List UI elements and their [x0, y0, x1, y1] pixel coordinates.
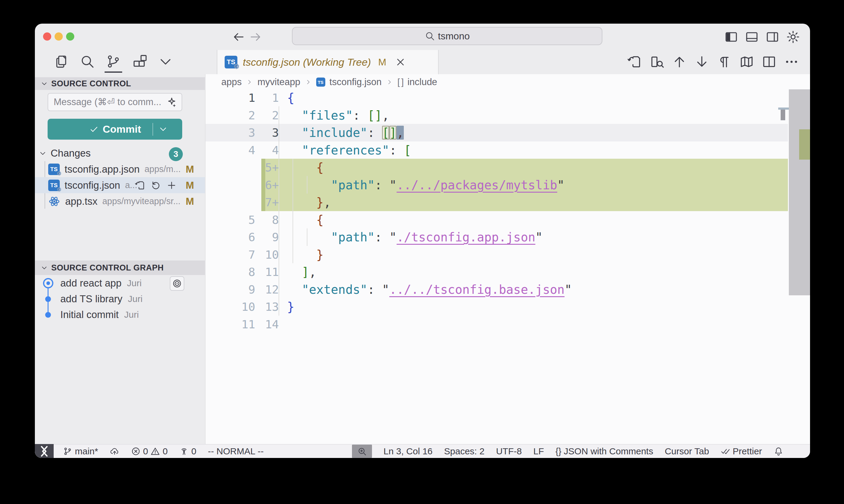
activity-item-source-control[interactable] [106, 54, 121, 69]
arrow-up-icon[interactable] [672, 54, 687, 69]
modified-status-badge: M [186, 180, 194, 191]
indentation[interactable]: Spaces: 2 [444, 446, 484, 456]
language-mode[interactable]: {}JSON with Comments [555, 446, 653, 456]
path-link[interactable]: ./tsconfig.app.json [397, 230, 535, 244]
activity-item-extensions[interactable] [132, 54, 147, 69]
ellipsis-icon[interactable] [784, 54, 799, 69]
code-line[interactable]: 7+ }, [206, 194, 810, 211]
map-icon[interactable] [739, 54, 754, 69]
changed-file-row[interactable]: TS⚙tsconfig.app.jsonapps/m...M [35, 161, 205, 177]
source-control-header[interactable]: SOURCE CONTROL [35, 77, 205, 90]
code-line[interactable]: 11{ [206, 89, 810, 107]
close-icon[interactable] [395, 56, 406, 68]
changed-file-row[interactable]: app.tsxapps/myviteapp/sr...M [35, 193, 205, 209]
open-file-icon[interactable] [627, 54, 642, 69]
breadcrumb-item[interactable]: tsconfig.json [329, 77, 382, 88]
code-line[interactable]: 811 ], [206, 263, 810, 281]
changes-section-header[interactable]: Changes [38, 146, 91, 161]
open-file-icon[interactable] [135, 180, 145, 191]
original-line-number: 2 [206, 107, 255, 124]
zoom-indicator[interactable] [352, 445, 372, 458]
vim-mode-item[interactable]: -- NORMAL -- [208, 446, 264, 456]
breadcrumb-item[interactable]: include [408, 77, 437, 88]
code-line[interactable]: 33 "include": [], [206, 124, 810, 141]
activity-item-search[interactable] [80, 54, 95, 69]
cursor-tab[interactable]: Cursor Tab [665, 446, 709, 456]
modified-line-number: 13 [257, 298, 279, 316]
cursor-position[interactable]: Ln 3, Col 16 [383, 446, 433, 456]
code-line[interactable]: 6+ "path": "../../packages/mytslib" [206, 176, 810, 194]
formatter[interactable]: Prettier [721, 446, 762, 456]
back-arrow-icon[interactable] [232, 30, 245, 43]
discard-icon[interactable] [150, 180, 161, 191]
eol[interactable]: LF [533, 446, 544, 456]
scrollbar-slider[interactable] [789, 89, 810, 295]
source-control-graph-title: SOURCE CONTROL GRAPH [51, 263, 164, 273]
split-editor-icon[interactable] [761, 54, 777, 69]
notifications[interactable] [774, 447, 783, 456]
panel-left-icon[interactable] [724, 30, 739, 44]
gear-icon[interactable] [786, 30, 800, 44]
cursor-tab-label: Cursor Tab [665, 446, 709, 456]
forward-arrow-icon[interactable] [249, 30, 262, 43]
code-line[interactable]: 58 { [206, 211, 810, 229]
code-line[interactable]: 5+ { [206, 159, 810, 176]
commit-dropdown-chevron-icon[interactable] [158, 124, 168, 134]
commit-message-input[interactable] [48, 93, 182, 111]
modified-line-number: 10 [257, 246, 279, 264]
command-center-search[interactable]: tsmono [292, 27, 602, 45]
path-link[interactable]: ../../tsconfig.base.json [389, 283, 565, 296]
commit-message: add react app [60, 277, 122, 289]
activity-item-more-views[interactable] [158, 54, 173, 69]
modified-line-number: 1 [257, 89, 279, 107]
arrow-down-icon[interactable] [694, 54, 709, 69]
publish-item[interactable] [110, 447, 119, 456]
pilcrow-icon[interactable] [717, 54, 732, 69]
breadcrumb-item[interactable]: apps [221, 77, 242, 88]
traffic-light-maximize[interactable] [66, 32, 74, 41]
changed-file-row[interactable]: TS⚙tsconfig.jsona...M [35, 177, 205, 193]
sparkle-ai-icon[interactable] [165, 96, 177, 108]
original-line-number: 7 [206, 246, 255, 264]
chevron-right-icon [305, 78, 312, 86]
code-text: "include": [], [287, 124, 404, 141]
branch-icon [63, 447, 72, 456]
code-line[interactable]: 69 "path": "./tsconfig.app.json" [206, 228, 810, 246]
commit-row[interactable]: add TS libraryJuri [35, 291, 205, 307]
code-line[interactable]: 44 "references": [ [206, 141, 810, 159]
traffic-light-minimize[interactable] [55, 32, 63, 41]
commit-dot [45, 296, 51, 302]
warning-icon [150, 447, 160, 456]
problems-item[interactable]: 00 [131, 446, 168, 456]
remote-icon [35, 442, 54, 458]
eol-label: LF [533, 446, 544, 456]
activity-item-explorer[interactable] [54, 54, 69, 69]
encoding[interactable]: UTF-8 [496, 446, 522, 456]
diff-editor[interactable]: appsmyviteappTStsconfig.json[ ]include 1… [205, 74, 810, 444]
source-control-graph-header[interactable]: SOURCE CONTROL GRAPH [35, 260, 205, 275]
git-branch-item[interactable]: main* [63, 446, 98, 456]
code-line[interactable]: 1114 [206, 316, 810, 333]
code-line[interactable]: 22 "files": [], [206, 107, 810, 124]
ports-item[interactable]: 0 [179, 446, 196, 456]
code-line[interactable]: 912 "extends": "../../tsconfig.base.json… [206, 281, 810, 298]
ports-item-label: 0 [191, 446, 196, 456]
breadcrumb-item[interactable]: myviteapp [257, 77, 300, 88]
panel-bottom-icon[interactable] [744, 30, 759, 44]
goto-head-button[interactable] [170, 276, 184, 291]
commit-row[interactable]: Initial commitJuri [35, 307, 205, 323]
vim-mode-item-label: -- NORMAL -- [208, 446, 264, 456]
bell-icon [774, 447, 783, 456]
traffic-light-close[interactable] [43, 32, 51, 41]
plus-icon[interactable] [166, 180, 177, 191]
panel-right-icon[interactable] [765, 30, 780, 44]
code-line[interactable]: 710 } [206, 246, 810, 264]
code-line[interactable]: 1013} [206, 298, 810, 316]
inline-view-icon[interactable] [649, 54, 665, 69]
remote-indicator[interactable] [35, 444, 54, 458]
target-icon [172, 278, 182, 289]
modified-line-number: 3 [257, 124, 279, 141]
modified-line-number: 6+ [257, 176, 279, 194]
path-link[interactable]: ../../packages/mytslib [397, 178, 557, 192]
tab-tsconfig-working-tree[interactable]: TS⚙ tsconfig.json (Working Tree) M [217, 50, 439, 74]
